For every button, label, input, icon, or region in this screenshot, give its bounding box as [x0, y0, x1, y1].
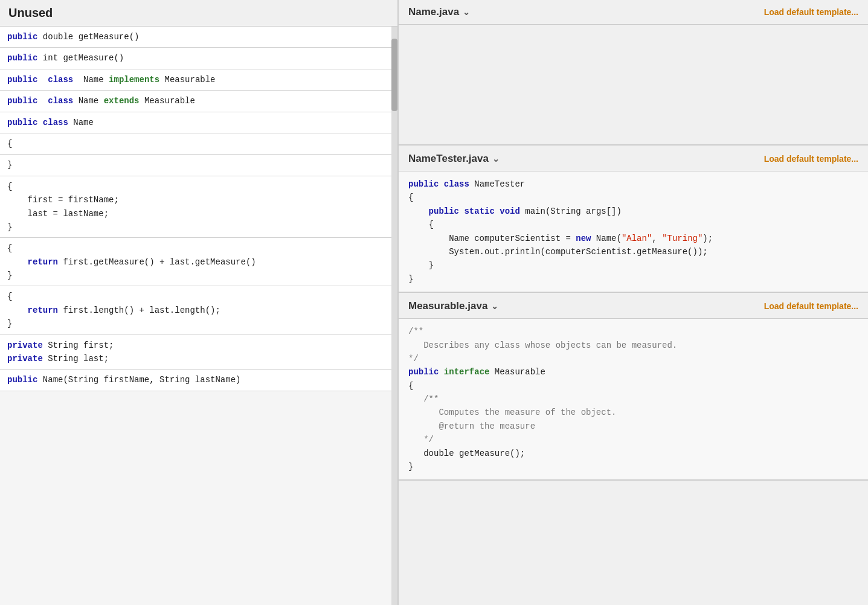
file-section-nametester: NameTester.java ⌄ Load default template.… — [399, 147, 868, 293]
load-template-button-measurable[interactable]: Load default template... — [764, 301, 858, 311]
filename-name: Name.java — [408, 6, 459, 18]
file-header-name: Name.java ⌄ Load default template... — [399, 0, 868, 25]
scrollbar[interactable] — [391, 27, 397, 605]
filename-measurable: Measurable.java — [408, 300, 487, 312]
left-panel-title: Unused — [8, 6, 53, 19]
list-item[interactable]: { — [0, 133, 397, 155]
file-content-nametester: public class NameTester { public static … — [399, 171, 868, 293]
list-item[interactable]: public int getMeasure() — [0, 48, 397, 69]
list-item[interactable]: } — [0, 155, 397, 176]
list-item[interactable]: private String first; private String las… — [0, 335, 397, 370]
left-panel: Unused public double getMeasure() public… — [0, 0, 399, 605]
list-item[interactable]: { first = firstName; last = lastName; } — [0, 176, 397, 238]
load-template-button-name[interactable]: Load default template... — [764, 7, 858, 17]
unused-list: public double getMeasure() public int ge… — [0, 27, 397, 605]
list-item[interactable]: { return first.getMeasure() + last.getMe… — [0, 238, 397, 286]
file-title-nametester: NameTester.java ⌄ — [408, 153, 500, 165]
list-item[interactable]: public class Name — [0, 112, 397, 133]
file-title-measurable: Measurable.java ⌄ — [408, 300, 498, 312]
right-panel: Name.java ⌄ Load default template... Nam… — [399, 0, 868, 605]
list-item[interactable]: public class Name implements Measurable — [0, 69, 397, 91]
file-section-measurable: Measurable.java ⌄ Load default template.… — [399, 294, 868, 481]
chevron-down-icon[interactable]: ⌄ — [492, 154, 500, 164]
chevron-down-icon[interactable]: ⌄ — [491, 301, 498, 311]
file-header-measurable: Measurable.java ⌄ Load default template.… — [399, 294, 868, 319]
list-item[interactable]: { return first.length() + last.length();… — [0, 286, 397, 335]
file-section-name: Name.java ⌄ Load default template... — [399, 0, 868, 146]
scrollbar-thumb[interactable] — [391, 39, 397, 111]
file-content-name — [399, 25, 868, 146]
list-item[interactable]: public class Name extends Measurable — [0, 91, 397, 112]
file-content-measurable: /** Describes any class whose objects ca… — [399, 319, 868, 481]
filename-nametester: NameTester.java — [408, 153, 489, 165]
file-header-nametester: NameTester.java ⌄ Load default template.… — [399, 147, 868, 171]
file-title-name: Name.java ⌄ — [408, 6, 470, 18]
chevron-down-icon[interactable]: ⌄ — [463, 7, 470, 17]
left-panel-header: Unused — [0, 0, 397, 27]
list-item[interactable]: public double getMeasure() — [0, 27, 397, 48]
load-template-button-nametester[interactable]: Load default template... — [764, 154, 858, 164]
list-item[interactable]: public Name(String firstName, String las… — [0, 370, 397, 391]
